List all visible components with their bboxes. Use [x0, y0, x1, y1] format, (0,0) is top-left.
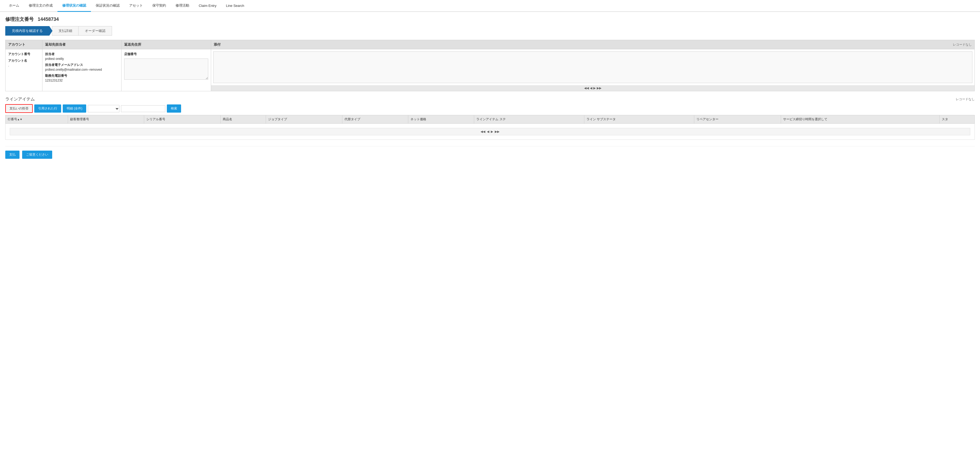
table-last-btn[interactable]: ▶▶ [495, 130, 500, 134]
nav-item-check-warranty[interactable]: 保証状況の確認 [91, 0, 124, 12]
attach-prev-btn[interactable]: ◀ [590, 86, 592, 90]
account-number-row: アカウント番号 [8, 52, 40, 56]
pay-button[interactable]: 支払 [5, 151, 19, 159]
col-line-sub-status: ライン サブステータ [584, 115, 694, 124]
table-body: ◀◀ ◀ ▶ ▶▶ [6, 124, 975, 140]
contact-email-row: 担当者電子メールアドレス prdtest.oreilly@mailinator.… [45, 63, 119, 72]
reject-button[interactable]: 支払いの拒否 [5, 104, 33, 113]
nav-bar: ホーム修理注文の作成修理状況の確認保証状況の確認アセット保守契約修理活動Clai… [0, 0, 980, 12]
note-button[interactable]: ご留意ください [22, 151, 52, 159]
title-prefix: 修理注文番号 [5, 17, 34, 22]
nav-item-line-search[interactable]: Line Search [221, 0, 249, 11]
step-tab-estimate[interactable]: 見積内容を確認する [5, 26, 52, 36]
store-number-row: 店舗番号 [124, 52, 208, 56]
nav-item-home[interactable]: ホーム [4, 0, 24, 12]
contact-header: 返却先担当者 [43, 40, 121, 49]
step-tabs: 見積内容を確認する支払詳細オーダー確認 [5, 26, 975, 36]
col-customer-id: 顧客整理番号 [68, 115, 144, 124]
col-product-name: 商品名 [220, 115, 266, 124]
account-col: アカウント アカウント番号 アカウント名 . [6, 40, 43, 91]
contact-phone-row: 勤務先電話番号 1231231232 [45, 73, 119, 82]
attach-next-btn[interactable]: ▶ [593, 86, 596, 90]
line-items-no-record: レコードなし [956, 97, 975, 102]
search-button[interactable]: 検索 [167, 104, 181, 113]
nav-item-create-order[interactable]: 修理注文の作成 [24, 0, 57, 12]
table-prev-btn[interactable]: ◀ [487, 130, 489, 134]
col-service-cutoff: サービス締切り時間を選択して [781, 115, 939, 124]
line-items-table: 行番号▲▼ 顧客整理番号 シリアル番号 商品名 ジョブタイプ 代替タイプ ネット… [5, 115, 975, 140]
attachment-header: 添付 [214, 42, 221, 47]
nav-item-claim-entry[interactable]: Claim Entry [194, 0, 221, 11]
attachment-pagination: ◀◀ ◀ ▶ ▶▶ [211, 85, 974, 91]
attachment-no-record: レコードなし [953, 43, 972, 47]
account-header: アカウント [6, 40, 42, 49]
address-col: 返送先住所 店舗番号 [121, 40, 211, 91]
table-pagination: ◀◀ ◀ ▶ ▶▶ [10, 128, 970, 135]
page-title: 修理注文番号 14458734 [5, 16, 975, 22]
line-items-title: ラインアイテム [5, 97, 35, 102]
nav-item-maintenance[interactable]: 保守契約 [148, 0, 171, 12]
info-section: アカウント アカウント番号 アカウント名 . 返却先担当者 担当者 prdtes… [5, 40, 975, 91]
toolbar: 支払いの拒否 引用された行 明細 (全件) 検索 [5, 104, 975, 113]
col-line-item-status: ラインアイテム ステ [474, 115, 584, 124]
table-first-btn[interactable]: ◀◀ [480, 130, 485, 134]
contact-name-row: 担当者 prdtest oreilly [45, 52, 119, 61]
attachment-col: 添付 レコードなし ◀◀ ◀ ▶ ▶▶ [211, 40, 974, 91]
nav-item-assets[interactable]: アセット [124, 0, 148, 12]
col-serial-no: シリアル番号 [144, 115, 220, 124]
table-header-row: 行番号▲▼ 顧客整理番号 シリアル番号 商品名 ジョブタイプ 代替タイプ ネット… [6, 115, 975, 124]
empty-row: ◀◀ ◀ ▶ ▶▶ [6, 124, 975, 140]
account-name-row: アカウント名 . [8, 59, 40, 67]
col-line-no: 行番号▲▼ [6, 115, 68, 124]
main-content: 修理注文番号 14458734 見積内容を確認する支払詳細オーダー確認 アカウン… [0, 12, 980, 163]
address-header: 返送先住所 [121, 40, 211, 49]
attach-last-btn[interactable]: ▶▶ [597, 86, 601, 90]
col-net-price: ネット価格 [408, 115, 474, 124]
contact-body: 担当者 prdtest oreilly 担当者電子メールアドレス prdtest… [43, 49, 121, 87]
attachment-body [213, 51, 972, 83]
address-body: 店舗番号 [121, 49, 211, 83]
col-repair-center: リペアセンター [694, 115, 781, 124]
nav-item-check-status[interactable]: 修理状況の確認 [57, 0, 91, 12]
attach-first-btn[interactable]: ◀◀ [584, 86, 589, 90]
col-status: スタ [939, 115, 974, 124]
col-substitute-type: 代替タイプ [342, 115, 408, 124]
search-input[interactable] [121, 105, 165, 112]
table-next-btn[interactable]: ▶ [491, 130, 493, 134]
order-number: 14458734 [38, 17, 59, 22]
account-body: アカウント番号 アカウント名 . [6, 49, 42, 72]
contact-col: 返却先担当者 担当者 prdtest oreilly 担当者電子メールアドレス … [43, 40, 121, 91]
quoted-line-button[interactable]: 引用された行 [34, 104, 61, 113]
detail-all-button[interactable]: 明細 (全件) [63, 104, 86, 113]
step-tab-payment[interactable]: 支払詳細 [52, 26, 79, 36]
step-tab-confirm[interactable]: オーダー確認 [78, 26, 112, 36]
search-select[interactable] [88, 105, 119, 112]
bottom-buttons: 支払 ご留意ください [5, 146, 975, 159]
col-job-type: ジョブタイプ [266, 115, 342, 124]
line-items-header: ラインアイテム レコードなし [5, 97, 975, 102]
address-textarea[interactable] [124, 59, 208, 80]
nav-item-repair-activity[interactable]: 修理活動 [171, 0, 194, 12]
